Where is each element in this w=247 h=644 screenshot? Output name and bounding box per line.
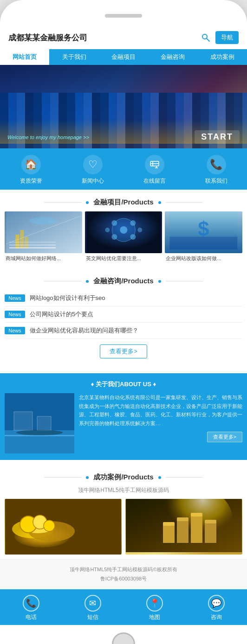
- about-more: 查看更多>: [79, 432, 242, 442]
- news-item-1[interactable]: News 网站logo如何设计有利于seo: [5, 290, 242, 306]
- news-badge-1: News: [5, 294, 25, 302]
- cases-divider-left: [44, 477, 81, 478]
- search-icon[interactable]: [199, 31, 213, 45]
- banner: Welcome to enjoy my homepage >> START: [0, 65, 247, 148]
- products-divider: 金融项目/Products: [0, 190, 247, 211]
- news-item-3[interactable]: News 做企业网站优化容易出现的问题有哪些？: [5, 323, 242, 339]
- header: 成都某某金融服务公司 导航: [0, 26, 247, 49]
- about-more-button[interactable]: 查看更多>: [207, 432, 242, 442]
- svg-point-16: [111, 234, 117, 240]
- product-card-1[interactable]: 商城网站如何做好网络...: [5, 211, 82, 264]
- quick-icon-contact[interactable]: 📞 联系我们: [185, 155, 247, 185]
- product-img-3: $: [165, 211, 242, 253]
- message-label: 在线留言: [143, 177, 166, 185]
- news-divider: 金融咨询/Products: [0, 268, 247, 290]
- svg-rect-45: [191, 515, 202, 543]
- divider-right: [166, 202, 203, 203]
- svg-point-30: [16, 430, 63, 435]
- phone-content: 成都某某金融服务公司 导航 网站首页 关于我们 金融项目 金融咨询 成功案例: [0, 26, 247, 625]
- footer-sms[interactable]: ✉ 短信: [62, 589, 124, 625]
- svg-rect-8: [15, 235, 19, 249]
- message-icon: [145, 155, 164, 174]
- quick-icon-news[interactable]: ♡ 新闻中心: [62, 155, 124, 185]
- news-text-1: 网站logo如何设计有利于seo: [30, 294, 105, 302]
- sms-label: 短信: [87, 613, 98, 621]
- phone-label: 电话: [26, 613, 37, 621]
- about-title-text: ♦ 关于我们ABOUT US ♦: [91, 381, 156, 388]
- cases-divider: 成功案例/Products: [0, 465, 247, 486]
- news-divider-left: [44, 281, 81, 281]
- contact-icon: 📞: [207, 155, 226, 174]
- nav-button[interactable]: 导航: [215, 31, 239, 44]
- footer-nav: 📞 电话 ✉ 短信 📍 地图 💬 咨询: [0, 589, 247, 625]
- footer-map[interactable]: 📍 地图: [124, 589, 185, 625]
- cases-divider-right: [166, 477, 203, 478]
- tab-home[interactable]: 网站首页: [0, 49, 49, 65]
- contact-label: 联系我们: [205, 177, 228, 185]
- product-card-3[interactable]: $ 企业网站改版该如何做...: [165, 211, 242, 264]
- news-divider-right: [166, 281, 203, 281]
- svg-rect-48: [205, 520, 216, 523]
- cases-section: 顶牛网络HTML5纯手工网站模板源码: [0, 486, 247, 559]
- news-item-2[interactable]: News 公司网站设计的5个要点: [5, 306, 242, 323]
- tab-consult[interactable]: 金融咨询: [148, 49, 197, 65]
- svg-rect-47: [205, 522, 216, 543]
- svg-rect-24: [170, 237, 238, 249]
- map-icon: 📍: [146, 595, 163, 612]
- footer-phone[interactable]: 📞 电话: [0, 589, 62, 625]
- product-card-2[interactable]: 英文网站优化需要注意...: [85, 211, 162, 264]
- cases-grid: [5, 499, 242, 555]
- tab-about[interactable]: 关于我们: [49, 49, 98, 65]
- products-grid: 商城网站如何做好网络...: [0, 211, 247, 268]
- svg-rect-44: [177, 517, 188, 521]
- svg-point-21: [137, 228, 142, 232]
- svg-point-18: [111, 220, 117, 226]
- phone-icon: 📞: [23, 595, 39, 612]
- news-badge-2: News: [5, 311, 25, 318]
- news-badge-3: News: [5, 327, 25, 334]
- divider-dot-right: [158, 201, 161, 204]
- tab-finance[interactable]: 金融项目: [99, 49, 148, 65]
- product-label-3: 企业网站改版该如何做...: [165, 253, 242, 264]
- svg-rect-43: [177, 520, 188, 543]
- about-content: 北京某某物料自动化系统有限公司是一家集研发、设计、生产、销售与系统集成为一体的气…: [79, 393, 242, 453]
- phone-home-button[interactable]: [112, 632, 135, 644]
- quick-icon-message[interactable]: 在线留言: [124, 155, 185, 185]
- cases-dot-left: [86, 476, 89, 479]
- site-title: 成都某某金融服务公司: [8, 32, 87, 43]
- about-text: 北京某某物料自动化系统有限公司是一家集研发、设计、生产、销售与系统集成为一体的气…: [79, 393, 242, 428]
- news-dot-right: [158, 280, 161, 283]
- svg-rect-46: [191, 513, 202, 516]
- svg-rect-41: [163, 524, 175, 543]
- divider-dot-left: [86, 201, 89, 204]
- product-img-2: [85, 211, 162, 253]
- svg-text:$: $: [198, 217, 209, 240]
- svg-point-17: [130, 234, 136, 240]
- map-label: 地图: [149, 613, 160, 621]
- nav-tabs: 网站首页 关于我们 金融项目 金融咨询 成功案例: [0, 49, 247, 65]
- svg-point-12: [29, 217, 57, 224]
- quick-icon-honor[interactable]: 🏠 资质荣誉: [0, 155, 62, 185]
- footer-consult[interactable]: 💬 咨询: [185, 589, 247, 625]
- footer-info: 顶牛网络HTML5纯手工网站模板源码©板权所有 鲁ICP备60003098号: [0, 559, 247, 589]
- phone-frame: 成都某某金融服务公司 导航 网站首页 关于我们 金融项目 金融咨询 成功案例: [0, 0, 247, 644]
- consult-label: 咨询: [211, 613, 222, 621]
- divider-left: [44, 202, 81, 203]
- svg-line-1: [207, 38, 209, 41]
- footer-copyright2: 鲁ICP备60003098号: [6, 574, 241, 584]
- tab-cases[interactable]: 成功案例: [198, 49, 247, 65]
- cases-subtitle: 顶牛网络HTML5纯手工网站模板源码: [5, 486, 242, 494]
- banner-slogan: Welcome to enjoy my homepage >>: [7, 134, 89, 140]
- case-img-2[interactable]: [125, 499, 242, 555]
- svg-rect-10: [25, 237, 28, 249]
- product-label-1: 商城网站如何做好网络...: [5, 253, 82, 264]
- svg-rect-9: [20, 230, 24, 249]
- about-img-bg: [5, 393, 74, 453]
- honor-label: 资质荣誉: [20, 177, 42, 185]
- phone-notch: [105, 14, 142, 18]
- case-img-1[interactable]: [5, 499, 122, 555]
- news-more-button[interactable]: 查看更多>: [100, 344, 147, 358]
- news-title: 金融咨询/Products: [93, 277, 153, 286]
- svg-point-38: [44, 520, 55, 531]
- header-right: 导航: [199, 31, 239, 45]
